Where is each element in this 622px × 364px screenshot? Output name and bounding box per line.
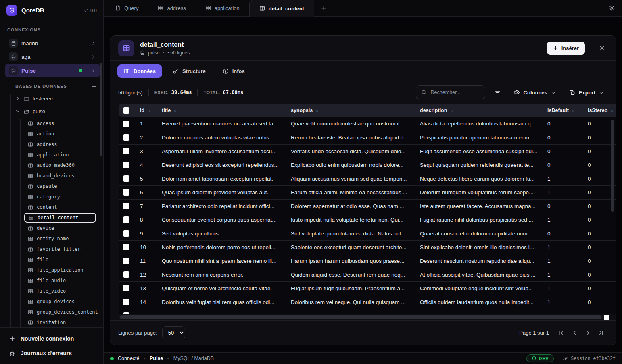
connection-item-madbb[interactable]: madbb	[5, 36, 100, 50]
columns-button[interactable]: Colonnes	[510, 87, 560, 98]
previous-page-button[interactable]	[568, 327, 581, 338]
first-page-button[interactable]	[555, 327, 568, 338]
last-page-button[interactable]	[595, 327, 608, 338]
row-checkbox[interactable]	[123, 203, 129, 209]
column-header-synopsis[interactable]: synopsis↑↓	[287, 104, 416, 117]
sidebar-table-category[interactable]: category	[24, 192, 96, 202]
sidebar-table-address[interactable]: address	[24, 139, 96, 149]
row-checkbox[interactable]	[123, 285, 129, 291]
window-tab-application[interactable]: application	[196, 0, 249, 16]
column-header-isDefault[interactable]: isDefault↑↓	[543, 104, 584, 117]
view-tab-Structure[interactable]: Structure	[166, 64, 212, 78]
sidebar-table-file[interactable]: file	[24, 255, 96, 264]
settings-button[interactable]	[601, 0, 622, 16]
sidebar-table-file_video[interactable]: file_video	[24, 286, 96, 296]
search-box[interactable]	[416, 85, 485, 99]
cell-synopsis: Mollitia architecto voluptatem illum eni…	[287, 309, 416, 314]
row-checkbox[interactable]	[123, 175, 129, 182]
sidebar-table-audio_made360[interactable]: audio_made360	[24, 160, 96, 170]
table-row[interactable]: 14Doloribus velit fugiat nisi rem quas o…	[119, 295, 616, 309]
add-database-icon[interactable]	[91, 83, 97, 89]
horizontal-scrollbar[interactable]	[119, 314, 609, 320]
row-checkbox[interactable]	[123, 271, 129, 278]
sort-icon[interactable]: ↑↓	[610, 108, 613, 113]
view-tab-Données[interactable]: Données	[117, 64, 162, 78]
connection-item-aga[interactable]: aga	[5, 50, 100, 64]
table-row[interactable]: 1Eveniet praesentium maiores occaecati s…	[119, 117, 616, 131]
close-panel-button[interactable]	[596, 44, 608, 52]
row-checkbox[interactable]	[123, 216, 129, 223]
row-checkbox[interactable]	[123, 299, 129, 305]
table-row[interactable]: 12Nesciunt rem animi corporis error.Quid…	[119, 268, 616, 281]
sidebar-table-group_devices_content[interactable]: group_devices_content	[24, 307, 96, 317]
export-button[interactable]: Export	[566, 87, 608, 98]
view-tab-Infos[interactable]: Infos	[216, 64, 251, 78]
table-row[interactable]: 3Aspernatur ullam inventore accusantium …	[119, 144, 616, 158]
database-item-pulse[interactable]: pulse	[5, 105, 100, 118]
insert-button[interactable]: Insérer	[547, 42, 585, 55]
column-header-description[interactable]: description↑↓	[416, 104, 543, 117]
select-all-checkbox[interactable]	[123, 107, 129, 114]
row-checkbox[interactable]	[123, 258, 129, 264]
row-checkbox[interactable]	[123, 189, 129, 196]
table-row[interactable]: 15Voluptas repudiandae asperiores facili…	[119, 309, 616, 314]
filter-button[interactable]	[491, 87, 504, 98]
column-header-id[interactable]: id↑↓	[136, 104, 158, 117]
sidebar-table-favorite_filter[interactable]: favorite_filter	[24, 244, 96, 254]
hscroll-thumb[interactable]	[120, 315, 601, 319]
sort-icon[interactable]: ↑↓	[147, 108, 150, 113]
search-input[interactable]	[430, 89, 480, 96]
table-name: content	[37, 204, 57, 210]
sidebar-table-invitation[interactable]: invitation	[24, 318, 96, 327]
sidebar-table-entity_name[interactable]: entity_name	[24, 234, 96, 243]
row-checkbox[interactable]	[123, 230, 129, 237]
database-item-testeeee[interactable]: testeeee	[5, 92, 100, 105]
error-logs-button[interactable]: Journaux d'erreurs	[6, 346, 98, 360]
window-tab-Query[interactable]: Query	[105, 0, 148, 16]
sidebar-table-device[interactable]: device	[24, 223, 96, 233]
sidebar-table-content[interactable]: content	[24, 202, 96, 212]
sidebar-table-brand_devices[interactable]: brand_devices	[24, 171, 96, 181]
sort-icon[interactable]: ↑↓	[173, 108, 176, 113]
table-row[interactable]: 4Deserunt adipisci eos sit excepturi rep…	[119, 158, 616, 172]
hscroll-corner[interactable]	[604, 315, 609, 320]
grid-icon	[28, 236, 33, 241]
row-checkbox[interactable]	[123, 148, 129, 154]
sort-icon[interactable]: ↑↓	[315, 108, 318, 113]
row-checkbox[interactable]	[123, 121, 129, 127]
table-row[interactable]: 6Quas ipsum dolorem provident voluptas a…	[119, 185, 616, 199]
table-row[interactable]: 7Pariatur architecto odio repellat incid…	[119, 199, 616, 213]
sort-icon[interactable]: ↑↓	[572, 108, 574, 113]
table-row[interactable]: 2Dolorem corporis autem voluptas vitae n…	[119, 131, 616, 144]
table-row[interactable]: 11Quo nostrum nihil sint a ipsam facere …	[119, 254, 616, 268]
row-checkbox[interactable]	[123, 162, 129, 168]
rows-per-page-select[interactable]: 50	[162, 326, 185, 339]
column-header-isStereo[interactable]: isStereo↑↓	[584, 104, 616, 117]
next-page-button[interactable]	[581, 327, 595, 338]
sidebar-table-file_audio[interactable]: file_audio	[24, 276, 96, 285]
table-row[interactable]: 9Sed voluptas qui officiis.Sint voluptat…	[119, 227, 616, 240]
connection-item-Pulse[interactable]: Pulse	[5, 64, 100, 77]
tree-guide-line-2	[20, 119, 21, 327]
window-tab-detail_content[interactable]: detail_content	[249, 0, 314, 17]
sidebar-table-application[interactable]: application	[24, 150, 96, 160]
new-tab-button[interactable]	[314, 0, 333, 16]
sidebar-table-group_devices[interactable]: group_devices	[24, 297, 96, 306]
sort-icon[interactable]: ↑↓	[450, 108, 452, 113]
column-header-title[interactable]: title↑↓	[158, 104, 287, 117]
vertical-scrollbar[interactable]	[611, 120, 614, 212]
sidebar-table-access[interactable]: access	[24, 119, 96, 128]
row-checkbox[interactable]	[123, 134, 129, 141]
sidebar-scrollbar[interactable]	[100, 63, 102, 156]
row-checkbox[interactable]	[123, 244, 129, 250]
table-row[interactable]: 13Quisquam et nemo vel architecto soluta…	[119, 281, 616, 295]
sidebar-table-action[interactable]: action	[24, 129, 96, 139]
sidebar-table-capsule[interactable]: capsule	[24, 181, 96, 191]
table-row[interactable]: 8Consequuntur eveniet corporis quos aspe…	[119, 213, 616, 227]
table-row[interactable]: 5Dolor nam amet laboriosam excepturi rep…	[119, 172, 616, 185]
sidebar-table-file_application[interactable]: file_application	[24, 265, 96, 275]
new-connection-button[interactable]: Nouvelle connexion	[6, 332, 98, 345]
window-tab-address[interactable]: address	[148, 0, 195, 16]
table-row[interactable]: 10Nobis perferendis dolorem porro eos ut…	[119, 240, 616, 254]
sidebar-table-detail_content[interactable]: detail_content	[24, 213, 96, 223]
